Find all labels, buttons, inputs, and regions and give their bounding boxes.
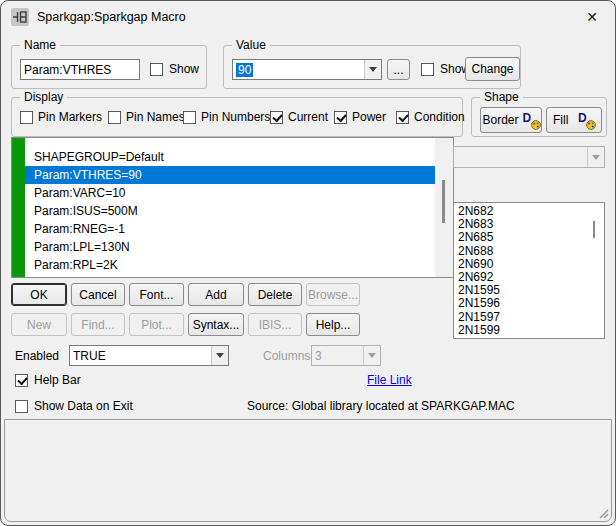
value-combobox[interactable]: 90	[232, 59, 382, 80]
dialog-button[interactable]: IBIS...	[248, 313, 302, 336]
parameter-row-label: Param:VTHRES=90	[34, 168, 142, 182]
parameter-scrollbar-thumb[interactable]	[442, 180, 445, 223]
shape-group: Shape Border D Fill D	[471, 97, 607, 137]
name-show-checkbox[interactable]	[150, 63, 163, 76]
chevron-down-icon	[592, 155, 600, 160]
sparkgap-macro-dialog: Sparkgap:Sparkgap Macro ✕ Name Param:VTH…	[0, 0, 616, 526]
display-option-label: Condition	[414, 110, 465, 124]
parameter-row[interactable]: Param:VARC=10	[25, 184, 435, 202]
source-text: Source: Global library located at SPARKG…	[247, 399, 515, 413]
model-list: 2N682 2N683 2N685 2N688 2N690 2N692 2N15…	[453, 202, 605, 339]
enabled-combobox[interactable]: TRUE	[69, 345, 229, 366]
value-group: Value 90 ... Show Change	[223, 45, 521, 89]
palette-D-icon: D	[578, 113, 595, 128]
dialog-button[interactable]: Delete	[248, 283, 302, 306]
model-combobox[interactable]	[453, 146, 605, 168]
enabled-combobox-text: TRUE	[73, 346, 106, 365]
display-option-checkbox[interactable]	[334, 111, 347, 124]
display-option-checkbox[interactable]	[270, 111, 283, 124]
dialog-button[interactable]: Add	[188, 283, 244, 306]
name-show-label: Show	[169, 62, 199, 76]
close-button[interactable]: ✕	[569, 1, 615, 33]
border-color-button[interactable]: Border D	[480, 107, 542, 133]
model-item-label: 2N692	[458, 270, 493, 284]
display-option: Pin Numbers	[183, 110, 270, 124]
resize-grip[interactable]	[597, 507, 609, 519]
help-bar-checkbox-row: Help Bar	[15, 373, 81, 387]
enabled-combobox-dropdown-button[interactable]	[211, 346, 228, 365]
display-option: Condition	[396, 110, 465, 124]
parameter-row[interactable]: SHAPEGROUP=Default	[25, 148, 435, 166]
display-option-label: Pin Markers	[38, 110, 102, 124]
name-group-label: Name	[20, 38, 60, 52]
model-item-label: 2N1596	[458, 296, 500, 310]
dialog-button[interactable]: Cancel	[71, 283, 125, 306]
dialog-button[interactable]: Find...	[71, 313, 125, 336]
chevron-down-icon	[216, 353, 224, 358]
parameter-row[interactable]: Param:ISUS=500M	[25, 202, 435, 220]
model-scrollbar-thumb[interactable]	[593, 221, 595, 238]
value-combobox-dropdown-button[interactable]	[364, 60, 381, 79]
model-item-label: 2N685	[458, 230, 493, 244]
dialog-button[interactable]: Browse...	[306, 283, 360, 306]
parameter-list-green-bar	[12, 138, 25, 277]
model-combobox-dropdown-button[interactable]	[587, 147, 604, 167]
display-option-checkbox[interactable]	[108, 111, 121, 124]
parameter-row[interactable]: Param:RPL=2K	[25, 256, 435, 274]
model-item-label: 2N688	[458, 244, 493, 258]
dialog-button[interactable]: Plot...	[129, 313, 184, 336]
model-item-label: 2N1597	[458, 310, 500, 324]
parameter-row[interactable]: Param:LPL=130N	[25, 238, 435, 256]
dialog-button[interactable]: OK	[11, 283, 67, 306]
window-title: Sparkgap:Sparkgap Macro	[37, 10, 186, 24]
parameter-row[interactable]: Param:RNEG=-1	[25, 220, 435, 238]
display-option-label: Power	[352, 110, 386, 124]
columns-label: Columns	[263, 349, 310, 363]
dialog-button-label: Browse...	[308, 288, 358, 302]
dialog-button-label: Cancel	[79, 288, 116, 302]
fill-color-button[interactable]: Fill D	[546, 107, 602, 133]
parameter-row-label: Param:RPL=2K	[34, 258, 118, 272]
value-more-button[interactable]: ...	[387, 59, 410, 80]
fill-button-label: Fill	[553, 113, 568, 127]
name-input-value: Param:VTHRES	[24, 63, 111, 77]
help-panel	[4, 419, 612, 522]
enabled-label: Enabled	[15, 349, 59, 363]
shape-group-label: Shape	[480, 90, 523, 104]
parameter-row[interactable]: Param:CPAR=1P	[25, 274, 435, 277]
parameter-list-content: SHAPEGROUP=Default Param:VTHRES=90 Param…	[25, 138, 435, 277]
columns-combobox[interactable]: 3	[311, 345, 381, 366]
dialog-button-label: New	[27, 318, 51, 332]
dialog-button-label: Help...	[316, 318, 351, 332]
file-link[interactable]: File Link	[367, 373, 412, 387]
display-option: Power	[334, 110, 386, 124]
display-option-label: Pin Numbers	[201, 110, 270, 124]
border-button-label: Border	[482, 113, 518, 127]
display-group: Display Pin Markers Pin Names Pin Number…	[11, 97, 463, 137]
show-data-checkbox[interactable]	[15, 400, 28, 413]
model-list-item[interactable]: 2N1599	[458, 324, 604, 337]
display-option-checkbox[interactable]	[183, 111, 196, 124]
name-input[interactable]: Param:VTHRES	[20, 59, 140, 80]
dialog-button[interactable]: New	[11, 313, 67, 336]
display-option-checkbox[interactable]	[396, 111, 409, 124]
display-group-label: Display	[20, 90, 67, 104]
dialog-button[interactable]: Help...	[306, 313, 360, 336]
parameter-row-label: Param:LPL=130N	[34, 240, 130, 254]
change-button[interactable]: Change	[465, 57, 520, 81]
chevron-down-icon	[369, 67, 377, 72]
parameter-row[interactable]: Param:VTHRES=90	[25, 166, 435, 184]
dialog-button[interactable]: Syntax...	[188, 313, 244, 336]
columns-combobox-dropdown-button[interactable]	[363, 346, 380, 365]
dialog-button-label: Find...	[81, 318, 114, 332]
columns-combobox-text: 3	[315, 346, 322, 365]
show-data-label: Show Data on Exit	[34, 399, 133, 413]
value-group-label: Value	[232, 38, 270, 52]
display-option-label: Pin Names	[126, 110, 185, 124]
model-item-label: 2N1595	[458, 283, 500, 297]
parameter-row-label: Param:ISUS=500M	[34, 204, 138, 218]
display-option-checkbox[interactable]	[20, 111, 33, 124]
dialog-button[interactable]: Font...	[129, 283, 184, 306]
help-bar-checkbox[interactable]	[15, 374, 28, 387]
value-show-checkbox[interactable]	[421, 63, 434, 76]
